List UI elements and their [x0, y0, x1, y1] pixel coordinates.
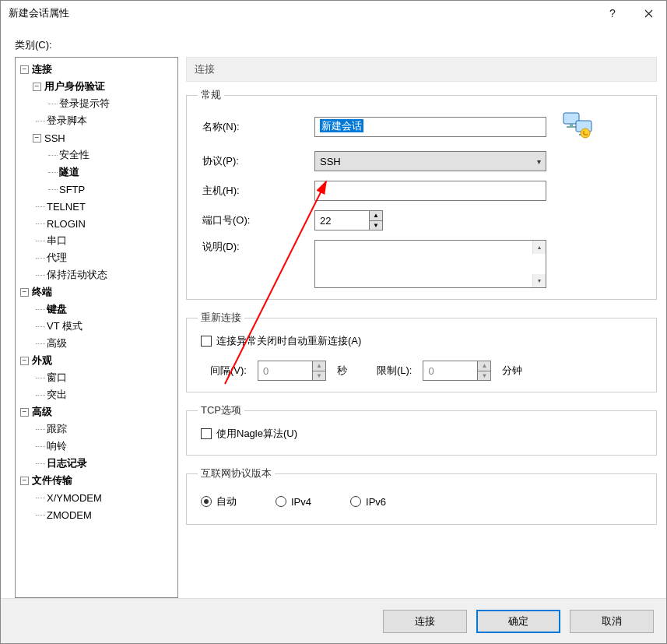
- port-label: 端口号(O):: [198, 213, 314, 227]
- tree-toggle-icon[interactable]: −: [20, 65, 29, 74]
- interval-input[interactable]: [258, 361, 312, 381]
- tree-toggle-icon[interactable]: −: [20, 408, 29, 417]
- protocol-value: SSH: [320, 156, 341, 167]
- limit-spinner[interactable]: ▲▼: [423, 361, 491, 381]
- category-tree[interactable]: −连接 −用户身份验证 登录提示符 登录脚本 −SSH 安全性 隧道 SFTP …: [15, 57, 178, 598]
- ok-button[interactable]: 确定: [476, 610, 560, 633]
- ipver-ipv4-radio[interactable]: [276, 496, 286, 507]
- titlebar: 新建会话属性 ?: [1, 1, 666, 26]
- scroll-down-icon[interactable]: ▾: [532, 274, 546, 287]
- auto-reconnect-checkbox[interactable]: [201, 336, 212, 347]
- svg-point-7: [581, 128, 590, 138]
- tree-item-telnet[interactable]: TELNET: [47, 201, 86, 213]
- tree-item-trace[interactable]: 跟踪: [47, 422, 67, 436]
- ipver-ipv6-label: IPv6: [366, 496, 386, 508]
- tree-toggle-icon[interactable]: −: [33, 134, 41, 143]
- content-panel: 连接 常规 名称(N): 新建会话: [186, 57, 657, 598]
- tree-item-highlight[interactable]: 突出: [47, 388, 67, 402]
- ipver-auto-label: 自动: [216, 494, 237, 509]
- tree-item-keepalive[interactable]: 保持活动状态: [47, 268, 107, 282]
- spin-down-icon[interactable]: ▼: [369, 220, 383, 231]
- general-legend: 常规: [198, 88, 224, 102]
- tree-item-xymodem[interactable]: X/YMODEM: [47, 492, 102, 504]
- category-label: 类别(C):: [15, 38, 657, 52]
- reconnect-group: 重新连接 连接异常关闭时自动重新连接(A) 间隔(V): ▲▼ 秒 限制(L):: [186, 311, 657, 392]
- tree-item-auth[interactable]: 用户身份验证: [44, 79, 105, 93]
- port-spinner[interactable]: ▲▼: [314, 210, 383, 231]
- protocol-label: 协议(P):: [198, 154, 314, 168]
- limit-unit: 分钟: [502, 364, 522, 378]
- tree-item-filetransfer[interactable]: 文件传输: [32, 473, 72, 487]
- spin-down-icon[interactable]: ▼: [477, 371, 491, 382]
- spin-up-icon[interactable]: ▲: [312, 361, 326, 371]
- tree-item-rlogin[interactable]: RLOGIN: [47, 218, 86, 230]
- tree-toggle-icon[interactable]: −: [20, 357, 29, 365]
- chevron-down-icon: ▾: [537, 157, 541, 166]
- tree-item-serial[interactable]: 串口: [47, 234, 67, 248]
- host-label: 主机(H):: [198, 184, 314, 198]
- scroll-up-icon[interactable]: ▴: [532, 241, 546, 254]
- dialog-window: 新建会话属性 ? 类别(C): −连接 −用户身份验证 登录提示符 登录脚本 −…: [0, 0, 667, 644]
- tcp-legend: TCP选项: [198, 403, 244, 417]
- tree-item-bell[interactable]: 响铃: [47, 439, 67, 453]
- tree-item-advanced-term[interactable]: 高级: [47, 336, 67, 350]
- ipver-ipv6-radio[interactable]: [350, 496, 361, 507]
- svg-rect-3: [567, 126, 576, 128]
- svg-rect-2: [570, 124, 573, 126]
- interval-unit: 秒: [337, 364, 347, 378]
- tree-toggle-icon[interactable]: −: [33, 83, 41, 91]
- tree-item-vtmode[interactable]: VT 模式: [47, 319, 82, 333]
- spin-down-icon[interactable]: ▼: [312, 371, 326, 382]
- connect-button[interactable]: 连接: [383, 610, 467, 633]
- dialog-footer: 连接 确定 取消: [1, 598, 666, 643]
- ipver-ipv4-label: IPv4: [291, 496, 311, 508]
- interval-spinner[interactable]: ▲▼: [258, 361, 326, 381]
- tree-item-connection[interactable]: 连接: [32, 62, 52, 76]
- name-input[interactable]: 新建会话: [314, 117, 546, 137]
- tree-item-login-script[interactable]: 登录脚本: [47, 114, 87, 128]
- limit-input[interactable]: [423, 361, 477, 381]
- window-title: 新建会话属性: [1, 6, 595, 20]
- cancel-button[interactable]: 取消: [570, 610, 654, 633]
- tree-item-window[interactable]: 窗口: [47, 371, 67, 385]
- tree-item-tunnel[interactable]: 隧道: [59, 165, 79, 179]
- name-label: 名称(N):: [198, 120, 314, 134]
- section-header: 连接: [186, 57, 657, 82]
- interval-label: 间隔(V):: [210, 364, 247, 378]
- tree-item-sftp[interactable]: SFTP: [59, 184, 85, 195]
- limit-label: 限制(L):: [377, 364, 412, 378]
- desc-textarea[interactable]: ▴ ▾: [314, 240, 546, 288]
- tree-item-keyboard[interactable]: 键盘: [47, 302, 67, 316]
- ipversion-legend: 互联网协议版本: [198, 466, 275, 480]
- nagle-label: 使用Nagle算法(U): [216, 427, 297, 441]
- port-input[interactable]: [314, 210, 369, 231]
- tcp-group: TCP选项 使用Nagle算法(U): [186, 403, 657, 456]
- session-icon: [562, 111, 593, 142]
- ipver-auto-radio[interactable]: [201, 496, 212, 507]
- tree-item-security[interactable]: 安全性: [59, 148, 90, 162]
- ipversion-group: 互联网协议版本 自动 IPv4 IPv6: [186, 466, 657, 525]
- tree-item-logging[interactable]: 日志记录: [47, 456, 87, 470]
- tree-item-advanced[interactable]: 高级: [32, 405, 52, 419]
- close-icon: [644, 9, 653, 18]
- general-group: 常规 名称(N): 新建会话: [186, 88, 657, 300]
- help-button[interactable]: ?: [595, 1, 630, 26]
- spin-up-icon[interactable]: ▲: [477, 361, 491, 371]
- tree-item-appearance[interactable]: 外观: [32, 354, 52, 368]
- close-button[interactable]: [630, 1, 666, 26]
- nagle-checkbox[interactable]: [201, 428, 212, 439]
- tree-toggle-icon[interactable]: −: [20, 288, 29, 297]
- protocol-select[interactable]: SSH ▾: [314, 151, 546, 171]
- desc-label: 说明(D):: [198, 240, 314, 254]
- spin-up-icon[interactable]: ▲: [369, 210, 383, 220]
- host-input[interactable]: [314, 181, 546, 201]
- auto-reconnect-label: 连接异常关闭时自动重新连接(A): [216, 334, 361, 348]
- tree-item-ssh[interactable]: SSH: [44, 132, 65, 144]
- tree-item-login-prompt[interactable]: 登录提示符: [59, 97, 110, 111]
- tree-item-proxy[interactable]: 代理: [47, 251, 67, 265]
- tree-toggle-icon[interactable]: −: [20, 477, 29, 485]
- tree-item-terminal[interactable]: 终端: [32, 285, 52, 299]
- tree-item-zmodem[interactable]: ZMODEM: [47, 509, 92, 521]
- reconnect-legend: 重新连接: [198, 311, 244, 325]
